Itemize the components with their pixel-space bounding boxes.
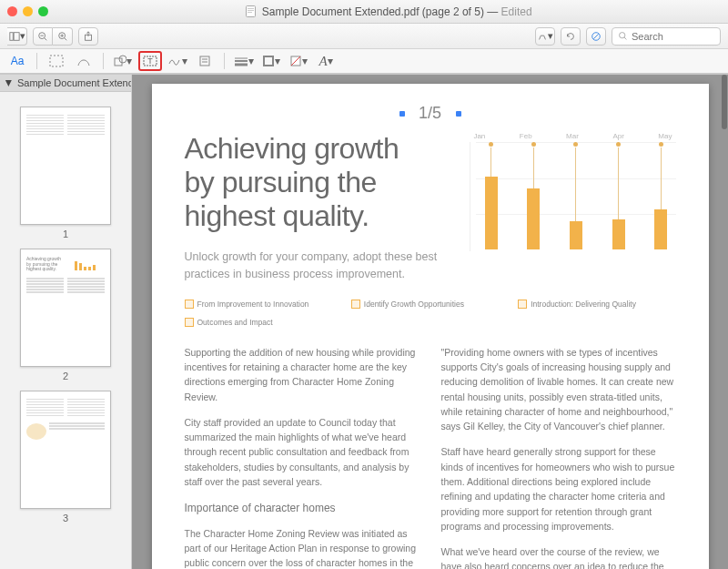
chart-x-label: Feb (520, 132, 532, 140)
svg-rect-1 (248, 8, 254, 9)
window-controls (7, 6, 48, 16)
content-area: ▶ Sample Document Extende… 1 Achieving g… (0, 75, 728, 569)
body-columns: Supporting the addition of new housing w… (185, 345, 676, 569)
section-link[interactable]: From Improvement to Innovation (185, 300, 342, 309)
chart-x-label: Jan (473, 132, 485, 140)
zoom-window-button[interactable] (38, 6, 48, 16)
fill-color-button[interactable]: ▾ (287, 51, 310, 71)
note-button[interactable] (193, 51, 217, 71)
svg-rect-4 (9, 32, 12, 40)
share-button[interactable] (78, 27, 98, 46)
chart-x-label: May (658, 132, 672, 140)
svg-point-15 (620, 33, 625, 38)
svg-rect-28 (264, 56, 273, 66)
document-title: Sample Document Extended.pdf (page 2 of … (57, 5, 721, 18)
edited-status: Edited (501, 5, 532, 18)
chart-bar (561, 142, 592, 249)
page-info-text: (page 2 of 5) (422, 5, 484, 18)
column-right: "Providing home owners with se types of … (441, 345, 676, 569)
zoom-out-button[interactable] (33, 27, 53, 46)
thumbnail-sidebar: ▶ Sample Document Extende… 1 Achieving g… (0, 75, 132, 569)
page-subtitle: Unlock growth for your company, adopt th… (185, 249, 452, 283)
bar-chart: JanFebMarAprMay (470, 132, 675, 283)
sign-button[interactable]: ▾ (166, 51, 189, 71)
sidebar-header[interactable]: ▶ Sample Document Extende… (0, 75, 131, 92)
rotate-button[interactable] (561, 27, 581, 46)
svg-rect-3 (248, 12, 252, 13)
font-button[interactable]: A ▾ (314, 51, 338, 71)
close-window-button[interactable] (7, 6, 17, 16)
svg-rect-17 (50, 56, 63, 66)
search-icon (618, 31, 628, 41)
border-color-button[interactable]: ▾ (259, 51, 283, 71)
chart-x-label: Apr (612, 132, 623, 140)
section-links: From Improvement to InnovationIdentify G… (185, 300, 676, 327)
svg-line-16 (624, 37, 626, 39)
markup-toolbar: Aa ▾ T ▾ ▾ ▾ ▾ A ▾ (0, 49, 728, 75)
svg-point-19 (119, 56, 126, 63)
svg-rect-22 (200, 56, 209, 66)
chart-bar (646, 142, 676, 249)
chart-bar (519, 142, 549, 249)
line-style-button[interactable]: ▾ (232, 51, 256, 71)
pdf-page: 1/5 Achieving growth by pursuing the hig… (152, 84, 709, 569)
main-toolbar: ▾ ▾ (0, 24, 728, 49)
page-thumbnail[interactable] (20, 391, 111, 509)
filename-text: Sample Document Extended.pdf (262, 5, 420, 18)
subheading: Importance of character homes (185, 500, 420, 517)
select-rect-button[interactable] (45, 51, 68, 71)
svg-rect-5 (14, 32, 19, 40)
search-field[interactable] (612, 27, 721, 46)
chart-x-label: Mar (566, 132, 579, 140)
section-icon (518, 300, 527, 309)
minimize-window-button[interactable] (23, 6, 33, 16)
text-style-button[interactable]: Aa (5, 51, 29, 71)
page-number-textbox[interactable]: 1/5 (403, 104, 458, 123)
highlight-button[interactable]: ▾ (535, 27, 555, 46)
search-input[interactable] (632, 31, 704, 42)
markup-toolbar-button[interactable] (586, 27, 606, 46)
lasso-button[interactable] (72, 51, 96, 71)
column-left: Supporting the addition of new housing w… (185, 345, 420, 569)
sidebar-header-label: Sample Document Extende… (17, 77, 131, 88)
page-thumbnail[interactable]: Achieving growthby pursuing thehighest q… (20, 249, 111, 367)
svg-line-7 (45, 37, 47, 40)
thumbnail-list[interactable]: 1 Achieving growthby pursuing thehighest… (0, 92, 131, 568)
page-title: Achieving growth by pursuing the highest… (185, 132, 452, 232)
svg-rect-2 (248, 10, 254, 11)
svg-line-10 (64, 37, 66, 40)
section-link[interactable]: Identify Growth Opportunities (351, 300, 509, 309)
thumbnail-number: 2 (0, 371, 131, 381)
shapes-button[interactable]: ▾ (111, 51, 135, 71)
vertical-scrollbar[interactable] (722, 75, 727, 129)
section-icon (185, 300, 194, 309)
svg-text:T: T (147, 56, 153, 66)
disclosure-triangle-icon: ▶ (5, 80, 14, 86)
section-icon (351, 300, 360, 309)
document-viewport[interactable]: 1/5 Achieving growth by pursuing the hig… (132, 75, 728, 569)
section-icon (185, 318, 194, 327)
thumbnail-number: 3 (0, 513, 131, 523)
section-link[interactable]: Outcomes and Impact (185, 318, 676, 327)
chart-bar (476, 142, 506, 249)
chart-bar (603, 142, 633, 249)
svg-rect-0 (247, 5, 256, 16)
sidebar-view-button[interactable]: ▾ (7, 27, 27, 46)
page-thumbnail[interactable] (20, 107, 111, 225)
zoom-in-button[interactable] (53, 27, 73, 46)
window-titlebar: Sample Document Extended.pdf (page 2 of … (0, 0, 728, 24)
text-box-button[interactable]: T (138, 51, 162, 71)
thumbnail-number: 1 (0, 229, 131, 239)
section-link[interactable]: Introduction: Delivering Quality (518, 300, 675, 309)
document-icon (246, 5, 256, 17)
